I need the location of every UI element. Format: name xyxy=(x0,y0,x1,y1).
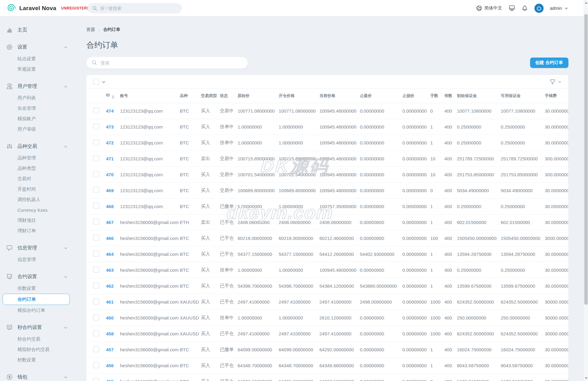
sidebar-item-3[interactable]: 品种交易 xyxy=(6,141,80,152)
sidebar-item[interactable]: 用户等级 xyxy=(17,124,80,134)
chevron-down-icon[interactable] xyxy=(63,275,68,279)
chevron-down-icon[interactable] xyxy=(63,246,68,250)
row-checkbox[interactable] xyxy=(93,378,99,381)
order-id-link[interactable]: 463 xyxy=(106,267,114,273)
table-row[interactable]: 463heshen3156000@gmail.comBTC买入挂单中1.0000… xyxy=(86,262,568,278)
row-checkbox[interactable] xyxy=(93,187,99,193)
row-checkbox[interactable] xyxy=(93,219,99,225)
row-checkbox[interactable] xyxy=(93,362,99,368)
sidebar-item[interactable]: 理财订单 xyxy=(17,226,80,236)
scroll-down-arrow-icon[interactable] xyxy=(585,377,587,379)
table-row[interactable]: 474123123123@qq.comBTC买入交易中100771.080000… xyxy=(86,103,568,119)
order-id-link[interactable]: 474 xyxy=(106,108,114,114)
table-row[interactable]: 455heshen3156000@gmail.comBTC买入已平仓64036.… xyxy=(86,374,568,381)
select-all-dropdown[interactable] xyxy=(101,80,106,84)
sidebar-item-6[interactable]: 秒合约设置 xyxy=(6,322,80,333)
page-scrollbar[interactable] xyxy=(584,0,588,381)
sidebar-item[interactable]: 调控机器人 xyxy=(17,194,80,205)
table-row[interactable]: 461heshen3156000@gmail.comXAUUSD买入已平仓249… xyxy=(86,294,568,310)
order-id-link[interactable]: 470 xyxy=(106,172,114,177)
sidebar-item[interactable]: 用户列表 xyxy=(17,93,80,103)
brand-logo-link[interactable]: Laravel Nova xyxy=(0,4,56,13)
sidebar-item[interactable]: 实名管理 xyxy=(17,103,80,114)
theme-toggle[interactable] xyxy=(509,5,515,11)
order-id-link[interactable]: 455 xyxy=(106,379,114,381)
chevron-down-icon[interactable] xyxy=(63,144,68,149)
row-checkbox[interactable] xyxy=(93,123,99,129)
table-row[interactable]: 460heshen3156000@gmail.comXAUUSD买入挂单中1.0… xyxy=(86,310,568,326)
order-id-link[interactable]: 462 xyxy=(106,283,114,289)
chevron-down-icon[interactable] xyxy=(63,45,68,50)
chevron-down-icon[interactable] xyxy=(63,325,68,330)
language-switcher[interactable]: 简体中文 xyxy=(476,5,502,11)
table-row[interactable]: 466heshen3156000@gmail.comBTC买入已平仓60218.… xyxy=(86,230,568,246)
row-checkbox[interactable] xyxy=(93,171,99,177)
order-id-link[interactable]: 469 xyxy=(106,188,114,193)
table-row[interactable]: 468123123123@qq.comBTC买入已撤单1.000000001.0… xyxy=(86,199,568,215)
row-checkbox[interactable] xyxy=(93,139,99,145)
order-id-link[interactable]: 457 xyxy=(106,347,114,352)
sidebar-item[interactable]: 开盘时间 xyxy=(17,184,80,194)
sidebar-item[interactable]: 模拟合约订单 xyxy=(17,305,80,316)
create-order-button[interactable]: 创建 合约订单 xyxy=(530,58,568,68)
resource-search-input[interactable] xyxy=(100,60,235,65)
order-id-link[interactable]: 467 xyxy=(106,220,114,225)
table-row[interactable]: 472123123123@qq.comBTC买入挂单中1.000000001.0… xyxy=(86,135,568,151)
table-row[interactable]: 473123123123@qq.comBTC买入挂单中1.000000001.0… xyxy=(86,119,568,135)
sidebar-item[interactable]: 倍数设置 xyxy=(17,283,80,293)
global-search[interactable] xyxy=(88,3,182,13)
sidebar-item-7[interactable]: 钱包 xyxy=(6,372,80,381)
row-checkbox[interactable] xyxy=(93,267,99,273)
order-id-link[interactable]: 468 xyxy=(106,204,114,209)
global-search-input[interactable] xyxy=(100,6,177,11)
sidebar-item[interactable]: 交易对 xyxy=(17,174,80,184)
row-checkbox[interactable] xyxy=(93,155,99,161)
chevron-down-icon[interactable] xyxy=(63,375,68,379)
order-id-link[interactable]: 464 xyxy=(106,252,114,257)
table-row[interactable]: 469123123123@qq.comBTC买入交易中100689.800000… xyxy=(86,183,568,199)
sidebar-item[interactable]: 品种类型 xyxy=(17,163,80,174)
table-row[interactable]: 471123123123@qq.comBTC卖出交易中100715.890000… xyxy=(86,151,568,167)
table-row[interactable]: 458heshen3156000@gmail.comXAUUSD买入已平仓249… xyxy=(86,326,568,342)
row-checkbox[interactable] xyxy=(93,251,99,257)
user-avatar[interactable] xyxy=(534,4,544,13)
sidebar-item[interactable]: 信息管理 xyxy=(17,254,80,265)
row-checkbox[interactable] xyxy=(93,346,99,352)
sidebar-item[interactable]: 模拟账户 xyxy=(17,114,80,124)
order-id-link[interactable]: 458 xyxy=(106,331,114,336)
table-row[interactable]: 462heshen3156000@gmail.comBTC买入已平仓54398.… xyxy=(86,278,568,294)
row-checkbox[interactable] xyxy=(93,330,99,336)
user-menu[interactable]: admin xyxy=(550,6,569,11)
row-checkbox[interactable] xyxy=(93,203,99,209)
order-id-link[interactable]: 473 xyxy=(106,124,114,129)
order-id-link[interactable]: 471 xyxy=(106,156,114,161)
sidebar-item[interactable]: 站点设置 xyxy=(17,54,80,64)
row-checkbox[interactable] xyxy=(93,107,99,114)
order-id-link[interactable]: 456 xyxy=(106,363,114,368)
filter-dropdown[interactable] xyxy=(550,79,562,85)
row-checkbox[interactable] xyxy=(93,235,99,241)
sidebar-item-2[interactable]: 用户管理 xyxy=(6,81,80,92)
table-row[interactable]: 457heshen3156000@gmail.comBTC买入已撤单64099.… xyxy=(86,342,568,358)
column-header-id[interactable]: ID xyxy=(106,93,120,99)
select-all-checkbox[interactable] xyxy=(93,79,99,85)
sidebar-item-0[interactable]: 主页 xyxy=(6,24,80,35)
table-row[interactable]: 467heshen3156000@gmail.comETH卖出已平仓2408.0… xyxy=(86,215,568,230)
sidebar-item[interactable]: 常规设置 xyxy=(17,64,80,74)
sidebar-item[interactable]: 秒合约交易 xyxy=(17,334,80,344)
sidebar-item[interactable]: 秒数设置 xyxy=(17,355,80,365)
chevron-down-icon[interactable] xyxy=(63,84,68,89)
sidebar-item-1[interactable]: 设置 xyxy=(6,42,80,53)
breadcrumb-root-link[interactable]: 资源 xyxy=(86,27,95,32)
scrollbar-thumb[interactable] xyxy=(584,14,588,305)
row-checkbox[interactable] xyxy=(93,298,99,304)
sidebar-item-4[interactable]: 信息管理 xyxy=(6,242,80,253)
sidebar-item[interactable]: Currency Kxes xyxy=(17,205,80,215)
sidebar-item[interactable]: 模拟秒合约交易 xyxy=(17,344,80,355)
order-id-link[interactable]: 460 xyxy=(106,315,114,320)
notifications-button[interactable] xyxy=(522,5,528,11)
table-row[interactable]: 464heshen3156000@gmail.comBTC买入已平仓54377.… xyxy=(86,246,568,262)
order-id-link[interactable]: 461 xyxy=(106,299,114,304)
table-row[interactable]: 456heshen3156000@gmail.comBTC买入已平仓64348.… xyxy=(86,358,568,374)
sidebar-item[interactable]: 理财项目 xyxy=(17,215,80,226)
